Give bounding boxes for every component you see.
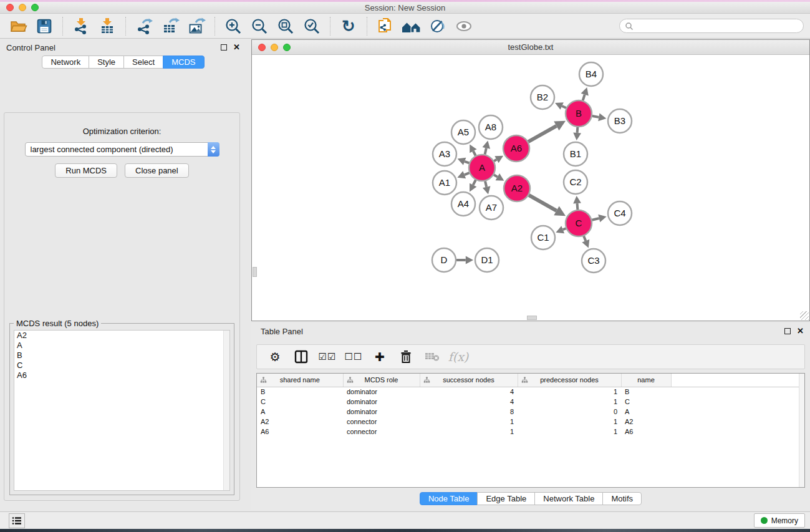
table-cell[interactable]: 1 (518, 427, 621, 437)
zoom-fit-button[interactable] (274, 16, 297, 37)
node-B1[interactable]: B1 (564, 142, 587, 166)
close-table-panel-icon[interactable]: ✕ (797, 327, 804, 335)
node-C[interactable]: C (566, 210, 592, 236)
tab-network[interactable]: Network (42, 56, 89, 69)
column-header-shared-name[interactable]: shared name (257, 374, 343, 387)
import-table-button[interactable] (96, 16, 118, 37)
table-cell[interactable]: A (621, 407, 671, 417)
optimization-select[interactable]: largest connected component (directed) (25, 142, 219, 157)
table-scrollbar[interactable] (799, 374, 804, 487)
result-list-item[interactable]: A2 (14, 331, 229, 341)
node-A7[interactable]: A7 (480, 196, 503, 220)
canvas-left-handle[interactable] (253, 267, 257, 277)
table-cell[interactable]: B (621, 387, 671, 397)
memory-button[interactable]: Memory (754, 513, 805, 528)
canvas-bottom-handle[interactable] (527, 316, 537, 320)
table-cell[interactable]: 1 (518, 417, 621, 427)
run-mcds-button[interactable]: Run MCDS (55, 163, 117, 178)
network-graph[interactable]: AA1A2A3A4A5A6A7A8BB1B2B3B4CC1C2C3C4DD1 (253, 55, 810, 321)
table-cell[interactable]: A6 (621, 427, 671, 437)
table-row[interactable]: Adominator80A (257, 407, 804, 417)
column-header-successor-nodes[interactable]: successor nodes (420, 374, 518, 387)
column-header-mcds-role[interactable]: MCDS role (343, 374, 420, 387)
table-cell[interactable]: A2 (257, 417, 343, 427)
node-A[interactable]: A (469, 155, 495, 181)
edge-A-A5[interactable] (470, 144, 476, 155)
task-history-button[interactable] (9, 513, 25, 528)
result-list-item[interactable]: C (14, 360, 229, 370)
save-session-button[interactable] (33, 16, 55, 37)
edge-A6-B[interactable] (528, 121, 566, 142)
edge-C-C1[interactable] (556, 226, 566, 233)
node-C2[interactable]: C2 (564, 170, 587, 194)
open-session-button[interactable] (7, 16, 29, 37)
edge-A-A4[interactable] (470, 180, 476, 192)
float-table-panel-icon[interactable] (784, 328, 791, 334)
table-cell[interactable]: 1 (420, 417, 518, 427)
table-cell[interactable]: C (257, 397, 343, 407)
result-list-item[interactable]: A6 (14, 370, 229, 380)
import-network-button[interactable] (70, 16, 92, 37)
node-D[interactable]: D (432, 248, 456, 272)
edge-B-B2[interactable] (555, 102, 566, 110)
node-B4[interactable]: B4 (579, 62, 603, 86)
table-cell[interactable]: connector (343, 427, 420, 437)
table-cell[interactable]: 1 (420, 427, 518, 437)
node-C3[interactable]: C3 (582, 249, 605, 273)
edge-A-A1[interactable] (457, 171, 469, 178)
column-visibility-button[interactable] (291, 347, 312, 366)
node-B[interactable]: B (566, 100, 592, 127)
export-table-button[interactable] (159, 16, 181, 37)
first-neighbors-button[interactable] (400, 16, 423, 37)
table-cell[interactable]: 4 (420, 397, 518, 407)
deselect-all-button[interactable]: ☐☐ (343, 347, 364, 366)
add-column-button[interactable]: ✚ (369, 347, 390, 366)
edge-C-C2[interactable] (573, 196, 581, 210)
edge-A2-C[interactable] (529, 195, 566, 216)
column-header-predecessor-nodes[interactable]: predecessor nodes (518, 374, 621, 387)
edge-A-A6[interactable] (494, 156, 503, 163)
node-B2[interactable]: B2 (531, 85, 554, 109)
zoom-selected-button[interactable] (301, 16, 323, 37)
edge-A-A3[interactable] (458, 158, 470, 165)
node-B3[interactable]: B3 (608, 109, 632, 133)
hide-selected-button[interactable] (453, 16, 475, 37)
tab-edge-table[interactable]: Edge Table (477, 492, 535, 505)
table-cell[interactable]: A (257, 407, 343, 417)
table-cell[interactable]: C (621, 397, 671, 407)
zoom-out-button[interactable] (248, 16, 271, 37)
result-list-item[interactable]: A (14, 341, 229, 351)
table-cell[interactable]: dominator (343, 407, 420, 417)
node-A3[interactable]: A3 (433, 142, 456, 166)
edge-D-D1[interactable] (456, 256, 473, 264)
table-cell[interactable]: 8 (420, 407, 518, 417)
tab-motifs[interactable]: Motifs (602, 492, 642, 505)
float-panel-icon[interactable] (221, 44, 227, 51)
node-A8[interactable]: A8 (479, 115, 503, 139)
export-image-button[interactable] (185, 16, 208, 37)
zoom-in-button[interactable] (222, 16, 244, 37)
edge-B-B4[interactable] (581, 87, 589, 100)
table-cell[interactable]: 4 (420, 387, 518, 397)
table-row[interactable]: Bdominator41B (257, 387, 804, 397)
tab-style[interactable]: Style (89, 56, 124, 69)
table-settings-button[interactable]: ⚙ (264, 347, 286, 366)
mcds-result-list[interactable]: A2ABCA6 (14, 330, 230, 491)
table-cell[interactable]: A2 (621, 417, 671, 427)
table-cell[interactable]: dominator (343, 397, 420, 407)
table-cell[interactable]: 0 (518, 407, 621, 417)
network-canvas[interactable]: AA1A2A3A4A5A6A7A8BB1B2B3B4CC1C2C3C4DD1 (253, 55, 809, 320)
table-row[interactable]: A6connector11A6 (257, 427, 804, 437)
table-cell[interactable]: B (257, 387, 343, 397)
table-cell[interactable]: 1 (518, 397, 621, 407)
table-row[interactable]: A2connector11A2 (257, 417, 804, 427)
search-box[interactable] (619, 19, 804, 33)
node-D1[interactable]: D1 (475, 248, 499, 272)
search-input[interactable] (634, 22, 798, 31)
network-window-titlebar[interactable]: testGlobe.txt (252, 40, 809, 55)
edge-B-B3[interactable] (592, 114, 607, 122)
export-network-button[interactable] (133, 16, 155, 37)
window-resize-grip[interactable] (800, 311, 809, 320)
node-C4[interactable]: C4 (608, 201, 632, 225)
node-C1[interactable]: C1 (531, 226, 555, 249)
